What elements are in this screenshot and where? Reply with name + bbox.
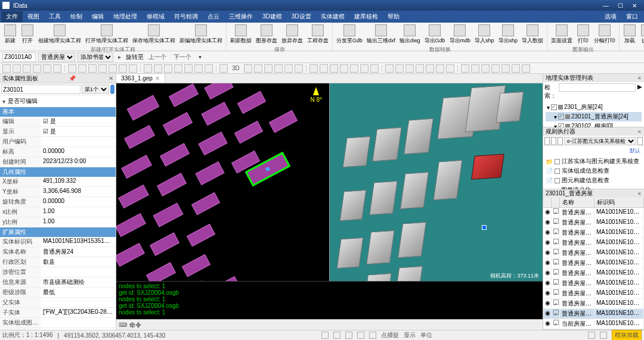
status-module-badge[interactable]: 模块加载 [612, 330, 642, 340]
map-shape[interactable] [198, 132, 227, 155]
toolbar-icon[interactable] [68, 64, 76, 73]
map-shape[interactable] [204, 83, 233, 99]
imp-shp-button[interactable]: 导入shp [473, 24, 496, 45]
new-button[interactable]: 新建 [2, 24, 18, 45]
toolbar-icon[interactable] [491, 64, 500, 73]
toolbar-icon[interactable] [330, 64, 338, 73]
menu-item[interactable]: 修模域 [142, 11, 169, 22]
property-row[interactable]: X坐标491,109.332 [0, 177, 116, 187]
entity-mgr-close-icon[interactable]: ✕ [637, 76, 642, 81]
map-shape[interactable] [187, 224, 215, 247]
rule-next-icon[interactable] [551, 137, 556, 145]
tree-node[interactable]: ▾230101_普通房屋[24] [546, 112, 642, 121]
toolbar-icon[interactable] [340, 64, 348, 73]
table-row[interactable]: ◉普通房屋23MA1001NE103H1535... [543, 299, 644, 309]
toolbar-icon[interactable] [219, 64, 228, 73]
toolbar-icon[interactable] [174, 64, 182, 73]
save-geo-button[interactable]: 保存地理实体工程 [131, 24, 177, 45]
menu-item[interactable]: 文件 [1, 11, 23, 22]
toolbar-icon[interactable] [471, 64, 479, 73]
toolbar-icon[interactable] [164, 64, 172, 73]
property-row[interactable]: 实体标识码MA1001NE103H15351422... [0, 237, 116, 247]
toolbar-icon[interactable] [13, 64, 21, 73]
toolbar-icon[interactable] [78, 64, 86, 73]
viewport-3d[interactable]: 相机高程：373.11米 [330, 83, 543, 281]
building-model[interactable] [398, 222, 426, 258]
menu-item[interactable]: 符号精调 [169, 11, 203, 22]
save-proj-button[interactable]: 工程存盘 [305, 24, 330, 45]
settings-button[interactable]: 设置 [639, 24, 644, 45]
property-row[interactable]: y比例1.00 [0, 217, 116, 227]
property-row[interactable]: 旋转角度0.00000 [0, 197, 116, 207]
building-model[interactable] [342, 136, 370, 168]
map-shape[interactable] [118, 185, 149, 208]
status-display[interactable]: 显示 [404, 331, 416, 339]
property-grid[interactable]: 基本编辑☑ 是显示☑ 是用户编码标高0.00000创建时间2023/12/23 … [0, 107, 116, 330]
menu-item[interactable]: 建库核检 [349, 11, 383, 22]
map-shape[interactable] [169, 83, 199, 107]
toolbar-icon[interactable] [481, 64, 490, 73]
table-row[interactable]: ◉普通房屋21MA1001NE103H1535... [543, 279, 644, 289]
rule-default-link[interactable]: 默认 [543, 146, 644, 155]
open-geo-button[interactable]: 打开地理实体工程 [83, 24, 130, 45]
table-header[interactable]: 标识码 [595, 198, 644, 207]
map-shape[interactable] [213, 276, 240, 281]
menu-item[interactable]: 地理处理 [109, 11, 142, 22]
property-row[interactable]: 编辑☑ 是 [0, 117, 116, 127]
status-mode-icon[interactable] [600, 332, 607, 339]
map-shape[interactable] [146, 262, 176, 281]
edit-geo-button[interactable]: 新编地理实体工程 [178, 24, 224, 45]
status-mode-icon[interactable] [588, 332, 595, 339]
load-button[interactable]: 加载 [621, 24, 638, 45]
building-model[interactable] [394, 266, 423, 281]
tree-node[interactable]: ▾2301_房屋[24] [546, 102, 642, 112]
panel-pin-icon[interactable]: 📌 [69, 75, 76, 82]
rule-item[interactable]: 📁江苏实体与图元构建关系核查 [546, 157, 642, 166]
building-model[interactable] [369, 181, 398, 216]
toolbar-icon[interactable] [522, 64, 530, 73]
panel-close-icon[interactable]: ✕ [109, 75, 113, 82]
menu-item[interactable]: 点云 [203, 11, 224, 22]
map-shape[interactable] [121, 155, 152, 179]
menu-item[interactable]: 工具 [44, 11, 66, 22]
toolbar-icon[interactable] [53, 64, 61, 73]
property-row[interactable]: 涉密位置 [0, 267, 116, 277]
layer-select[interactable]: 普通房屋 [38, 52, 75, 62]
bookmark-select[interactable]: 添加书签 [78, 52, 113, 62]
ruleset-select[interactable]: e-江苏图元实体关系核检 [564, 137, 636, 145]
rule-item[interactable]: 📄实体组成信息检查 [546, 166, 642, 176]
toolbar-icon[interactable] [194, 64, 203, 73]
toolbar-icon[interactable] [512, 64, 520, 73]
toolbar-icon[interactable] [43, 64, 51, 73]
create-geo-button[interactable]: 创建地理实体工程 [36, 24, 83, 45]
page-setup-button[interactable]: 页面设置 [549, 24, 574, 45]
property-index-select[interactable]: 第1个 [82, 85, 109, 94]
toolbar-icon[interactable] [254, 64, 262, 73]
menu-options[interactable]: 选项 [600, 11, 621, 22]
next-button[interactable]: 下一个 [171, 53, 194, 61]
toolbar-icon[interactable] [501, 64, 510, 73]
exp-mdb-button[interactable]: 导出mdb [448, 24, 473, 45]
toolbar-icon[interactable] [144, 64, 152, 73]
building-model[interactable] [336, 238, 363, 269]
entity-table-close-icon[interactable]: ✕ [637, 191, 642, 196]
property-group-header[interactable]: 几何属性 [0, 167, 116, 177]
toolbar-icon[interactable] [309, 64, 318, 73]
toolbar-icon[interactable] [284, 64, 293, 73]
maximize-icon[interactable]: ☐ [613, 2, 627, 9]
toolbar-icon[interactable] [416, 64, 424, 73]
toolbar-icon[interactable] [98, 64, 107, 73]
building-model-selected[interactable] [471, 154, 504, 179]
toolbar-icon[interactable] [395, 64, 404, 73]
toolbar-icon[interactable] [129, 64, 137, 73]
to-gdb-button[interactable]: 分发至Gdb [335, 24, 364, 45]
menu-window[interactable]: 窗口 [621, 11, 643, 22]
rule-prev-icon[interactable] [544, 137, 550, 145]
map-shape[interactable] [237, 91, 266, 114]
map-shape[interactable] [191, 192, 220, 215]
toolbar-icon[interactable] [244, 64, 252, 73]
print-button[interactable]: 打印 [575, 24, 592, 45]
property-filter-go-icon[interactable] [110, 85, 114, 94]
toolbar-icon[interactable] [350, 64, 358, 73]
tab-document[interactable]: 3363_1.gep ✕ [116, 74, 165, 82]
